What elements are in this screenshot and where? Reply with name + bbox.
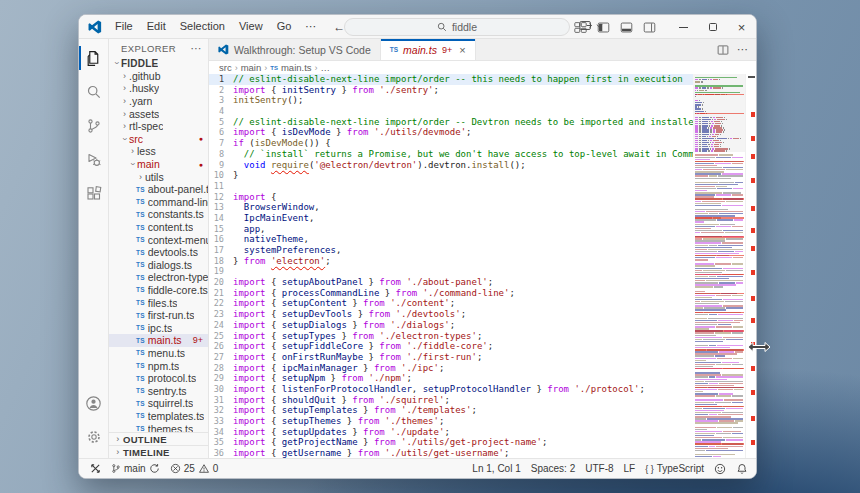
- explorer-icon[interactable]: [79, 41, 109, 75]
- code-editor[interactable]: 1// eslint-disable-next-line import/orde…: [209, 74, 693, 458]
- menu-selection[interactable]: Selection: [173, 18, 232, 35]
- cursor-position[interactable]: Ln 1, Col 1: [467, 463, 525, 474]
- tab-close-icon[interactable]: ×: [459, 44, 465, 56]
- run-debug-icon[interactable]: [79, 143, 109, 177]
- tree-item--github[interactable]: ›.github: [109, 70, 208, 83]
- code-line-33[interactable]: 33import { setupThemes } from './themes'…: [209, 416, 693, 427]
- menu-file[interactable]: File: [108, 18, 140, 35]
- notifications-bell-icon[interactable]: [731, 463, 748, 475]
- git-branch-status[interactable]: main: [106, 459, 165, 478]
- code-line-13[interactable]: 13 BrowserWindow,: [209, 202, 693, 213]
- tree-item-files-ts[interactable]: TSfiles.ts: [109, 296, 208, 309]
- explorer-actions-icon[interactable]: ⋯: [191, 42, 202, 55]
- tree-item-command-line-ts[interactable]: TScommand-line.ts: [109, 196, 208, 209]
- tree-item-main-ts[interactable]: TSmain.ts9+: [109, 334, 208, 347]
- code-line-31[interactable]: 31import { shouldQuit } from './squirrel…: [209, 395, 693, 406]
- code-line-6[interactable]: 6import { isDevMode } from './utils/devm…: [209, 127, 693, 138]
- tree-root-fiddle[interactable]: ›FIDDLE: [109, 57, 208, 70]
- extensions-icon[interactable]: [79, 177, 109, 211]
- code-line-34[interactable]: 34import { setupUpdates } from './update…: [209, 427, 693, 438]
- source-control-icon[interactable]: [79, 109, 109, 143]
- remote-indicator[interactable]: [85, 459, 106, 478]
- code-line-2[interactable]: 2import { initSentry } from './sentry';: [209, 85, 693, 96]
- tree-item-about-panel-ts[interactable]: TSabout-panel.ts: [109, 183, 208, 196]
- tree-item--husky[interactable]: ›.husky: [109, 82, 208, 95]
- tree-item-sentry-ts[interactable]: TSsentry.ts: [109, 384, 208, 397]
- tab-walkthrough[interactable]: Walkthrough: Setup VS Code: [209, 39, 381, 60]
- tree-item-menu-ts[interactable]: TSmenu.ts: [109, 347, 208, 360]
- code-line-20[interactable]: 20import { setupAboutPanel } from './abo…: [209, 277, 693, 288]
- eol-status[interactable]: LF: [619, 463, 641, 474]
- code-line-32[interactable]: 32import { setupTemplates } from './temp…: [209, 405, 693, 416]
- code-line-11[interactable]: 11: [209, 181, 693, 192]
- code-line-1[interactable]: 1// eslint-disable-next-line import/orde…: [209, 74, 693, 85]
- tree-item-devtools-ts[interactable]: TSdevtools.ts: [109, 246, 208, 259]
- accounts-icon[interactable]: [79, 386, 109, 420]
- tree-item-themes-ts[interactable]: TSthemes.ts: [109, 422, 208, 432]
- code-line-15[interactable]: 15 app,: [209, 224, 693, 235]
- code-line-26[interactable]: 26import { setupFiddleCore } from './fid…: [209, 341, 693, 352]
- code-line-14[interactable]: 14 IpcMainEvent,: [209, 213, 693, 224]
- code-line-21[interactable]: 21import { processCommandLine } from './…: [209, 288, 693, 299]
- code-line-36[interactable]: 36import { getUsername } from './utils/g…: [209, 448, 693, 458]
- tree-item-src[interactable]: ›src●: [109, 133, 208, 146]
- code-line-8[interactable]: 8 // `install` returns a Promise, but we…: [209, 149, 693, 160]
- panel-timeline[interactable]: ›TIMELINE: [109, 445, 208, 458]
- minimize-button[interactable]: [669, 15, 698, 39]
- tree-item--yarn[interactable]: ›.yarn: [109, 95, 208, 108]
- customize-layout-icon[interactable]: [571, 18, 590, 37]
- code-line-10[interactable]: 10}: [209, 170, 693, 181]
- tree-item-first-run-ts[interactable]: TSfirst-run.ts: [109, 309, 208, 322]
- code-line-29[interactable]: 29import { setupNpm } from './npm';: [209, 373, 693, 384]
- menu-[interactable]: ⋯: [298, 18, 323, 35]
- code-line-22[interactable]: 22import { setupContent } from './conten…: [209, 298, 693, 309]
- tree-item-content-ts[interactable]: TScontent.ts: [109, 221, 208, 234]
- code-line-27[interactable]: 27import { onFirstRunMaybe } from './fir…: [209, 352, 693, 363]
- tree-item-squirrel-ts[interactable]: TSsquirrel.ts: [109, 397, 208, 410]
- menu-view[interactable]: View: [232, 18, 270, 35]
- tree-item-rtl-spec[interactable]: ›rtl-spec: [109, 120, 208, 133]
- minimap[interactable]: [693, 74, 745, 458]
- command-center-search[interactable]: fiddle: [344, 18, 570, 36]
- code-line-12[interactable]: 12import {: [209, 192, 693, 203]
- menu-edit[interactable]: Edit: [140, 18, 173, 35]
- encoding-status[interactable]: UTF-8: [580, 463, 618, 474]
- breadcrumb-file[interactable]: main.ts: [281, 62, 312, 73]
- tree-item-context-menu-ts[interactable]: TScontext-menu.ts: [109, 233, 208, 246]
- code-line-30[interactable]: 30import { listenForProtocolHandler, set…: [209, 384, 693, 395]
- problems-status[interactable]: 25 0: [165, 459, 224, 478]
- code-line-18[interactable]: 18} from 'electron';: [209, 256, 693, 267]
- split-editor-icon[interactable]: [717, 44, 729, 56]
- breadcrumb-main[interactable]: main: [241, 62, 262, 73]
- breadcrumb-symbol[interactable]: …: [321, 62, 331, 73]
- code-line-4[interactable]: 4: [209, 106, 693, 117]
- tree-item-templates-ts[interactable]: TStemplates.ts: [109, 410, 208, 423]
- indentation-status[interactable]: Spaces: 2: [526, 463, 580, 474]
- sync-icon[interactable]: [149, 463, 160, 474]
- tree-item-ipc-ts[interactable]: TSipc.ts: [109, 321, 208, 334]
- language-mode[interactable]: { } TypeScript: [640, 463, 709, 474]
- code-line-24[interactable]: 24import { setupDialogs } from './dialog…: [209, 320, 693, 331]
- panel-outline[interactable]: ›OUTLINE: [109, 432, 208, 445]
- toggle-panel-icon[interactable]: [617, 18, 636, 37]
- tree-item-protocol-ts[interactable]: TSprotocol.ts: [109, 372, 208, 385]
- tree-item-fiddle-core-ts[interactable]: TSfiddle-core.ts: [109, 284, 208, 297]
- code-line-3[interactable]: 3initSentry();: [209, 95, 693, 106]
- tree-item-npm-ts[interactable]: TSnpm.ts: [109, 359, 208, 372]
- feedback-smiley-icon[interactable]: [709, 463, 731, 475]
- tree-item-utils[interactable]: ›utils: [109, 170, 208, 183]
- tree-item-assets[interactable]: ›assets: [109, 107, 208, 120]
- code-line-7[interactable]: 7if (isDevMode()) {: [209, 138, 693, 149]
- code-line-28[interactable]: 28import { ipcMainManager } from './ipc'…: [209, 363, 693, 374]
- code-line-35[interactable]: 35import { getProjectName } from './util…: [209, 437, 693, 448]
- code-line-23[interactable]: 23import { setupDevTools } from './devto…: [209, 309, 693, 320]
- tree-item-constants-ts[interactable]: TSconstants.ts: [109, 208, 208, 221]
- code-line-19[interactable]: 19: [209, 266, 693, 277]
- close-button[interactable]: ×: [727, 15, 756, 39]
- overview-ruler[interactable]: [745, 74, 756, 458]
- tree-item-electron-types-ts[interactable]: TSelectron-types.ts: [109, 271, 208, 284]
- toggle-primary-sidebar-icon[interactable]: [594, 18, 613, 37]
- code-line-5[interactable]: 5// eslint-disable-next-line import/orde…: [209, 117, 693, 128]
- settings-gear-icon[interactable]: [79, 420, 109, 454]
- maximize-button[interactable]: [698, 15, 727, 39]
